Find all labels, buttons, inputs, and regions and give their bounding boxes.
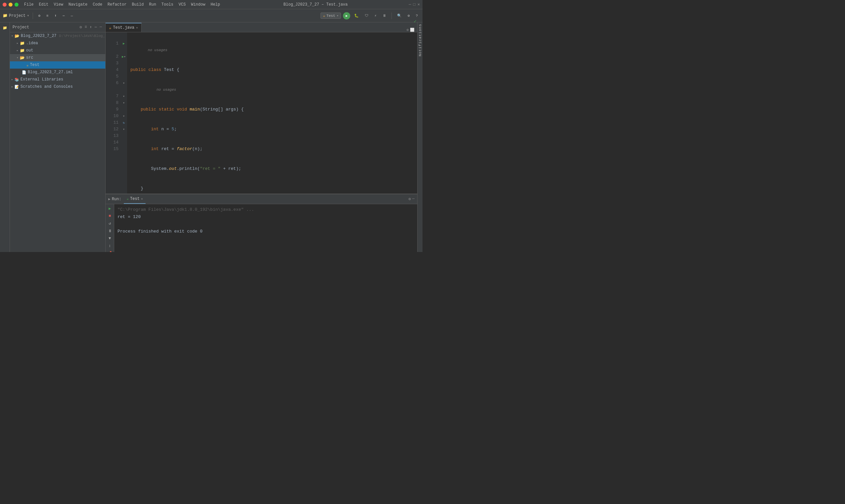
- project-header-icons: ⚙ ≡ ⬆ ⋯ —: [79, 24, 103, 30]
- run-play-btn[interactable]: ▶: [107, 205, 113, 212]
- menu-help[interactable]: Help: [208, 2, 223, 7]
- chevron-icon: ▸: [11, 85, 13, 89]
- collapse-icon[interactable]: ▾: [124, 55, 126, 59]
- pause-button[interactable]: ⏸: [381, 13, 388, 19]
- tree-item-iml[interactable]: 📄 Blog_J2023_7_27.iml: [10, 69, 105, 76]
- menu-code[interactable]: Code: [90, 2, 105, 7]
- menu-vcs[interactable]: VCS: [176, 2, 188, 7]
- tab-close-btn[interactable]: ✕: [136, 26, 138, 30]
- window-min-btn[interactable]: [8, 3, 13, 6]
- code-gutter: ▶ ▶ ▾ ▾ ▾ ▾ ▾: [121, 32, 127, 194]
- run-scroll-btn[interactable]: ↕: [107, 243, 113, 249]
- run-suspend-btn[interactable]: ⏸: [107, 228, 113, 234]
- bottom-tab-run[interactable]: ☕ Test ✕: [124, 195, 145, 204]
- menu-run[interactable]: Run: [146, 2, 158, 7]
- run-filter-btn[interactable]: ▼: [107, 235, 113, 242]
- gutter-5: [121, 73, 127, 80]
- bottom-settings-icon[interactable]: ⚙: [409, 197, 411, 201]
- menu-tools[interactable]: Tools: [159, 2, 176, 7]
- line-num-3: 3: [106, 60, 119, 67]
- editor-tab-test[interactable]: ☕ Test.java ✕: [106, 23, 142, 32]
- gutter-2[interactable]: ▶ ▾: [121, 53, 127, 60]
- run-stop-btn[interactable]: ■: [107, 213, 113, 219]
- folder-icon: 📁: [3, 13, 7, 18]
- gutter-11[interactable]: ↻: [121, 120, 127, 126]
- main-content: 📁 Project ⚙ ≡ ⬆ ⋯ — ▾: [0, 22, 423, 252]
- code-editor[interactable]: 1 2 3 4 5 6 7 8 9 10 11 12 13: [106, 32, 417, 194]
- toolbar-btn-collapse[interactable]: ⬆: [52, 13, 59, 19]
- collapse-icon[interactable]: ▾: [123, 81, 125, 85]
- line-num-6: 6: [106, 80, 119, 86]
- menu-edit[interactable]: Edit: [37, 2, 51, 7]
- tree-item-root[interactable]: ▾ 📂 Blog_J2023_7_27 D:\Project\JAVA\Blog…: [10, 32, 105, 40]
- line-num-blank3: [106, 86, 119, 93]
- close-icon[interactable]: ✕: [418, 2, 420, 7]
- gutter-12[interactable]: ▾: [121, 126, 127, 132]
- run-pin-btn[interactable]: 📌: [107, 250, 113, 252]
- menu-navigate[interactable]: Navigate: [66, 2, 90, 7]
- bottom-minimize-icon[interactable]: —: [412, 197, 415, 201]
- tree-item-scratches[interactable]: ▸ 📝 Scratches and Consoles: [10, 83, 105, 90]
- gutter-1[interactable]: ▶: [121, 40, 127, 47]
- tree-item-src[interactable]: ▾ 📂 src: [10, 54, 105, 61]
- window-title: Blog_J2023_7_27 – Test.java: [223, 2, 409, 7]
- tree-label-root: Blog_J2023_7_27: [21, 34, 56, 38]
- run-left-strip: ▶ ■ ↺ ⏸ ▼ ↕ 📌: [106, 204, 114, 252]
- toolbar-btn-more[interactable]: ⋯: [61, 13, 67, 19]
- minimize-icon[interactable]: ─: [409, 2, 411, 7]
- tab-split-icon[interactable]: ⬜: [410, 28, 415, 32]
- tree-item-out[interactable]: ▸ 📁 out: [10, 47, 105, 54]
- collapse-icon[interactable]: ▾: [123, 94, 125, 98]
- tab-settings-icon[interactable]: ⚙: [406, 28, 409, 32]
- collapse-icon[interactable]: ▾: [123, 127, 125, 131]
- help-btn[interactable]: ?: [413, 13, 420, 19]
- run-config-selector[interactable]: ☕ Test ▾: [320, 13, 341, 19]
- toolbar-btn-hide[interactable]: —: [69, 13, 75, 19]
- project-view-icon[interactable]: 📁: [1, 24, 9, 32]
- toolbar-btn-list[interactable]: ≡: [44, 13, 51, 19]
- window-close-btn[interactable]: [3, 3, 6, 6]
- project-more-icon[interactable]: ⋯: [94, 24, 98, 30]
- output-line-result: ret = 120: [118, 213, 414, 221]
- project-sort-icon[interactable]: ⬆: [89, 24, 92, 30]
- run-tab-close[interactable]: ✕: [141, 197, 143, 201]
- gutter-7[interactable]: ▾: [121, 93, 127, 100]
- tree-item-test[interactable]: ☕ Test: [10, 61, 105, 69]
- gutter-6[interactable]: ▾: [121, 80, 127, 86]
- output-line-success: Process finished with exit code 0: [118, 228, 414, 235]
- settings-btn[interactable]: ⚙: [406, 13, 412, 19]
- code-content[interactable]: no usages public class Test { no usages …: [127, 32, 417, 194]
- notifications-label[interactable]: Notifications: [418, 24, 422, 58]
- search-everywhere-btn[interactable]: 🔍: [395, 13, 404, 19]
- debug-button[interactable]: 🐛: [352, 13, 361, 19]
- tree-item-ext-libs[interactable]: ▸ 📚 External Libraries: [10, 76, 105, 83]
- run-button[interactable]: ▶: [343, 12, 350, 19]
- chevron-down-icon: ▾: [337, 14, 339, 18]
- project-hide-icon[interactable]: —: [99, 24, 103, 30]
- run-prefix-icon: ▶: [108, 197, 110, 201]
- menu-file[interactable]: File: [22, 2, 36, 7]
- collapse-icon[interactable]: ▾: [123, 101, 125, 105]
- gutter-10[interactable]: ▾: [121, 113, 127, 120]
- menu-refactor[interactable]: Refactor: [105, 2, 129, 7]
- chevron-icon: ▸: [11, 77, 13, 82]
- project-settings-icon[interactable]: ⚙: [79, 24, 83, 30]
- menu-window[interactable]: Window: [189, 2, 208, 7]
- window-max-btn[interactable]: [15, 3, 18, 6]
- project-header-label: Project: [13, 25, 29, 30]
- line-num-blank: [106, 34, 119, 40]
- tab-actions: ⚙ ⬜: [404, 28, 417, 32]
- coverage-button[interactable]: 🛡: [363, 13, 370, 19]
- tab-name: Test.java: [113, 25, 134, 30]
- gutter-8[interactable]: ▾: [121, 100, 127, 106]
- toolbar-btn-settings[interactable]: ⚙: [36, 13, 42, 19]
- profile-button[interactable]: ⚡: [372, 13, 379, 19]
- project-collapse-icon[interactable]: ≡: [84, 24, 87, 30]
- tree-item-idea[interactable]: ▸ 📁 .idea: [10, 40, 105, 47]
- run-rerun-btn[interactable]: ↺: [107, 220, 113, 227]
- line-num-8: 8: [106, 100, 119, 106]
- collapse-icon[interactable]: ▾: [123, 114, 125, 118]
- maximize-icon[interactable]: □: [413, 2, 416, 7]
- menu-build[interactable]: Build: [129, 2, 146, 7]
- menu-view[interactable]: View: [52, 2, 66, 7]
